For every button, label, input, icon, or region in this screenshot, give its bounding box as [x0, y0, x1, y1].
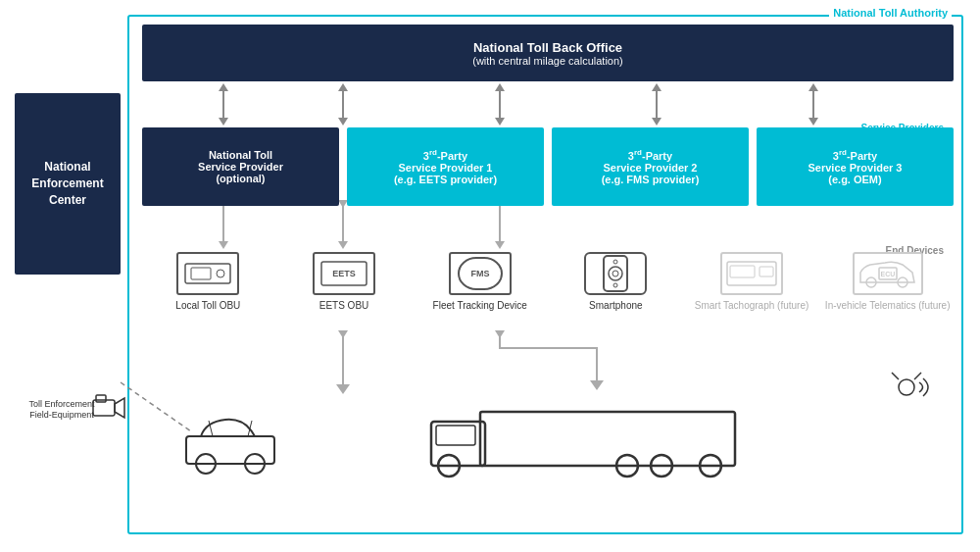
svg-point-68: [609, 267, 622, 280]
provider-national: National TollService Provider(optional): [142, 127, 339, 206]
back-office-subtitle: (with central milage calculation): [472, 55, 622, 67]
svg-text:ECU: ECU: [881, 271, 896, 277]
smartphone-icon: [584, 252, 647, 295]
enforcement-center: NationalEnforcementCenter: [15, 93, 121, 275]
svg-rect-73: [760, 267, 773, 276]
svg-marker-34: [115, 398, 124, 418]
in-vehicle-telematics-label: In-vehicle Telematics (future): [825, 299, 951, 312]
device-smart-tachograph: Smart Tachograph (future): [686, 252, 818, 312]
provider-national-label: National TollService Provider(optional): [198, 149, 283, 184]
back-office-title: National Toll Back Office: [473, 40, 622, 55]
device-fleet-tracking: FMS Fleet Tracking Device: [414, 252, 546, 312]
device-in-vehicle-telematics: ECU In-vehicle Telematics (future): [821, 252, 954, 312]
local-toll-obu-icon: [176, 252, 239, 295]
local-toll-obu-label: Local Toll OBU: [175, 299, 240, 312]
device-smartphone: Smartphone: [550, 252, 682, 312]
diagram-container: National Toll Authority NationalEnforcem…: [10, 10, 968, 539]
eets-obu-label: EETS OBU: [319, 299, 369, 312]
nta-label: National Toll Authority: [829, 7, 952, 19]
svg-rect-59: [185, 264, 230, 283]
svg-point-69: [612, 271, 618, 276]
devices-row: Local Toll OBU EETS EETS OBU FMS Fleet T…: [142, 252, 954, 312]
svg-point-61: [217, 270, 224, 277]
svg-rect-72: [730, 266, 755, 277]
svg-point-70: [613, 283, 617, 287]
camera-label-text: Toll EnforcementField-Equipment: [28, 399, 94, 421]
smartphone-label: Smartphone: [589, 299, 642, 312]
provider-3rd-2-label: 3rd-PartyService Provider 2(e.g. FMS pro…: [602, 148, 700, 185]
provider-3rd-3: 3rd-PartyService Provider 3(e.g. OEM): [757, 127, 954, 206]
provider-3rd-1: 3rd-PartyService Provider 1(e.g. EETS pr…: [347, 127, 544, 206]
providers-row: National TollService Provider(optional) …: [142, 127, 954, 206]
provider-3rd-1-label: 3rd-PartyService Provider 1(e.g. EETS pr…: [394, 148, 497, 185]
provider-3rd-3-label: 3rd-PartyService Provider 3(e.g. OEM): [808, 148, 902, 185]
provider-3rd-2: 3rd-PartyService Provider 2(e.g. FMS pro…: [552, 127, 749, 206]
in-vehicle-telematics-icon: ECU: [853, 252, 923, 295]
device-eets-obu: EETS EETS OBU: [278, 252, 411, 312]
back-office-box: National Toll Back Office (with central …: [142, 25, 954, 81]
svg-text:EETS: EETS: [332, 269, 356, 278]
device-local-toll-obu: Local Toll OBU: [142, 252, 274, 312]
svg-rect-66: [604, 256, 627, 291]
eets-obu-icon: EETS: [313, 252, 375, 295]
fleet-tracking-icon: FMS: [449, 252, 512, 295]
smart-tachograph-label: Smart Tachograph (future): [695, 299, 809, 312]
camera-label: Toll EnforcementField-Equipment: [27, 399, 96, 422]
smart-tachograph-icon: [720, 252, 783, 295]
fleet-tracking-label: Fleet Tracking Device: [433, 299, 527, 312]
svg-point-67: [613, 260, 617, 264]
svg-rect-35: [96, 395, 106, 402]
enforcement-center-label: NationalEnforcementCenter: [31, 159, 103, 208]
svg-rect-33: [93, 400, 115, 416]
svg-rect-60: [191, 268, 211, 279]
svg-text:FMS: FMS: [470, 269, 489, 278]
